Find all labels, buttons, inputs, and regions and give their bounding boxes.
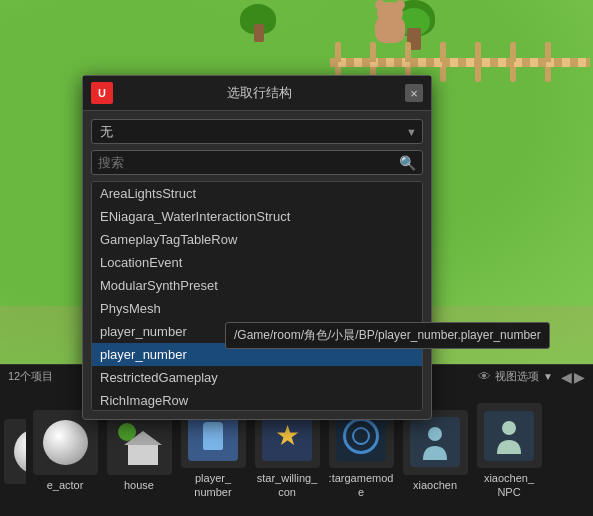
npc-silhouette-icon <box>491 418 527 454</box>
asset-item-house[interactable]: house <box>104 410 174 492</box>
search-input[interactable] <box>98 151 399 174</box>
list-item[interactable]: ENiagara_WaterInteractionStruct <box>92 205 422 228</box>
xiaochen-preview <box>410 417 460 467</box>
search-container: 🔍 <box>91 150 423 175</box>
house-roof <box>124 431 162 445</box>
target-ring-outer <box>343 418 379 454</box>
house-preview <box>114 417 164 467</box>
select-row-structure-dialog: U 选取行结构 × 无 ▼ 🔍 AreaLightsStruct ENiagar… <box>82 75 432 420</box>
sphere-icon <box>14 429 26 474</box>
dialog-body: 无 ▼ 🔍 AreaLightsStruct ENiagara_WaterInt… <box>83 111 431 419</box>
eye-icon: 👁 <box>478 369 491 384</box>
bear-body <box>375 15 405 43</box>
list-item[interactable]: ModularSynthPreset <box>92 274 422 297</box>
list-item[interactable]: LocationEvent <box>92 251 422 274</box>
bear-character <box>365 0 415 50</box>
target-ring-inner <box>352 427 370 445</box>
dialog-titlebar: U 选取行结构 × <box>83 76 431 111</box>
struct-list[interactable]: AreaLightsStruct ENiagara_WaterInteracti… <box>91 181 423 411</box>
chevron-down-icon: ▼ <box>543 371 553 382</box>
asset-thumbnail-xiaochen-npc <box>477 403 542 468</box>
asset-item-xiaochen-npc[interactable]: xiaochen_NPC <box>474 403 544 498</box>
person-silhouette-icon <box>417 424 453 460</box>
svg-point-0 <box>428 427 442 441</box>
list-item[interactable]: RestrictedGameplay <box>92 366 422 389</box>
tree-trunk-2 <box>254 24 264 42</box>
asset-label-player-number: player_number <box>194 472 231 498</box>
item-count-label: 12个项目 <box>8 369 53 384</box>
navigation-arrows: ◀ ▶ <box>561 369 585 385</box>
house-body <box>128 443 158 465</box>
asset-label-house: house <box>124 479 154 492</box>
dialog-title: 选取行结构 <box>121 84 397 102</box>
asset-label-xiaochen-npc: xiaochen_NPC <box>484 472 534 498</box>
asset-item-xiaochen[interactable]: xiaochen <box>400 410 470 492</box>
asset-item-partial <box>4 419 26 484</box>
asset-item-e-actor[interactable]: e_actor <box>30 410 100 492</box>
list-item[interactable]: RichImageRow <box>92 389 422 411</box>
list-item-player-number-2[interactable]: player_number <box>92 343 422 366</box>
xiaochen-npc-preview <box>484 411 534 461</box>
row-type-dropdown-container: 无 ▼ <box>91 119 423 144</box>
asset-label-star-willing-con: star_willing_con <box>257 472 318 498</box>
sphere-preview <box>43 420 88 465</box>
list-item-player-number-1[interactable]: player_number <box>92 320 422 343</box>
list-item[interactable]: PhysMesh <box>92 297 422 320</box>
arrow-right-icon[interactable]: ▶ <box>574 369 585 385</box>
view-options-label: 视图选项 <box>495 369 539 384</box>
row-type-dropdown[interactable]: 无 <box>91 119 423 144</box>
fence-lower-rail <box>330 62 590 67</box>
arrow-left-icon[interactable]: ◀ <box>561 369 572 385</box>
list-item[interactable]: AreaLightsStruct <box>92 182 422 205</box>
asset-label-xiaochen: xiaochen <box>413 479 457 492</box>
search-icon: 🔍 <box>399 155 416 171</box>
view-options-button[interactable]: 👁 视图选项 ▼ <box>478 369 553 384</box>
close-button[interactable]: × <box>405 84 423 102</box>
unreal-engine-logo: U <box>91 82 113 104</box>
list-item[interactable]: GameplayTagTableRow <box>92 228 422 251</box>
asset-label-e-actor: e_actor <box>47 479 84 492</box>
svg-point-1 <box>502 421 516 435</box>
asset-label-targamemode: :targamemode <box>326 472 396 498</box>
partial-thumb <box>4 419 26 484</box>
